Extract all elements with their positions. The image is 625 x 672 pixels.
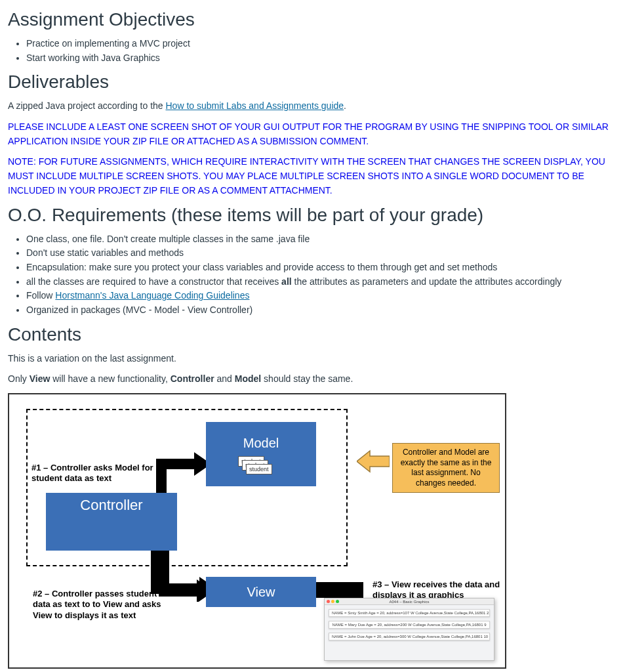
mvc-diagram: Model student student student Controller… [8,393,506,669]
heading-contents: Contents [8,324,617,345]
list-item: Practice on implementing a MVC project [26,37,617,51]
list-item: Don't use static variables and methods [26,246,617,261]
text: should stay the same. [261,373,353,384]
arrow-note-left [357,450,390,473]
bold: View [30,373,50,384]
heading-oo: O.O. Requirements (these items will be p… [8,205,617,226]
deliverables-line: A zipped Java project according to the H… [8,99,617,114]
submit-guide-link[interactable]: How to submit Labs and Assignments guide [165,100,344,111]
list-item: Follow Horstmann's Java Language Coding … [26,289,617,303]
oo-list: One class, one file. Don't create multip… [8,232,617,318]
heading-deliverables: Deliverables [8,72,617,93]
text: . [344,100,346,111]
list-item: Encapsulation: make sure you protect you… [26,261,617,275]
student-cards-icon: student student student [238,456,284,477]
diagram-controller-box: Controller [46,493,177,551]
bold: all [281,276,292,287]
student-card: student [246,464,272,474]
output-window: A044 – Basic Graphics NAME = Smiy Smith … [324,598,494,661]
output-row: NAME = Smiy Smith Age = 20, address=107 … [329,609,490,617]
diagram-model-box: Model student student student [206,422,316,486]
contents-line-1: This is a variation on the last assignme… [8,352,617,366]
bold: Controller [171,373,214,384]
contents-line-2: Only View will have a new functionality,… [8,372,617,387]
list-item: all the classes are required to have a c… [26,275,617,289]
diagram-caption-2: #2 – Controller passes student data as t… [33,589,164,621]
output-row: NAME = Mary Doe Age = 20, address=200 W … [329,621,490,629]
list-item: Organized in packages (MVC - Model - Vie… [26,303,617,318]
heading-objectives: Assignment Objectives [8,9,617,30]
output-row: NAME = John Doe Age = 20, address=300 W … [329,633,490,640]
text: Only [8,373,30,384]
horstmann-link[interactable]: Horstmann's Java Language Coding Guideli… [55,290,249,301]
text: Follow [26,290,55,301]
list-item: One class, one file. Don't create multip… [26,232,617,247]
text: all the classes are required to have a c… [26,276,281,287]
text: the attributes as parameters and update … [292,276,562,287]
text: and [214,373,235,384]
text: A zipped Java project according to the [8,100,165,111]
deliverables-note-1: PLEASE INCLUDE A LEAST ONE SCREEN SHOT O… [8,120,617,148]
svg-marker-5 [357,451,390,472]
diagram-controller-label: Controller [80,497,142,514]
diagram-view-box: View [206,577,316,607]
list-item: Start working with Java Graphics [26,51,617,66]
arrow-controller-to-model [148,438,211,501]
text: will have a new functionality, [50,373,170,384]
diagram-view-label: View [247,585,275,600]
diagram-caption-1: #1 – Controller asks Model for student d… [31,463,156,484]
bold: Model [235,373,261,384]
deliverables-note-2: NOTE: FOR FUTURE ASSIGNMENTS, WHICH REQU… [8,155,617,198]
diagram-note: Controller and Model are exactly the sam… [392,443,500,493]
output-window-titlebar: A044 – Basic Graphics [325,598,494,605]
diagram-model-label: Model [243,436,279,451]
objectives-list: Practice on implementing a MVC project S… [8,37,617,65]
output-window-title: A044 – Basic Graphics [325,600,494,604]
